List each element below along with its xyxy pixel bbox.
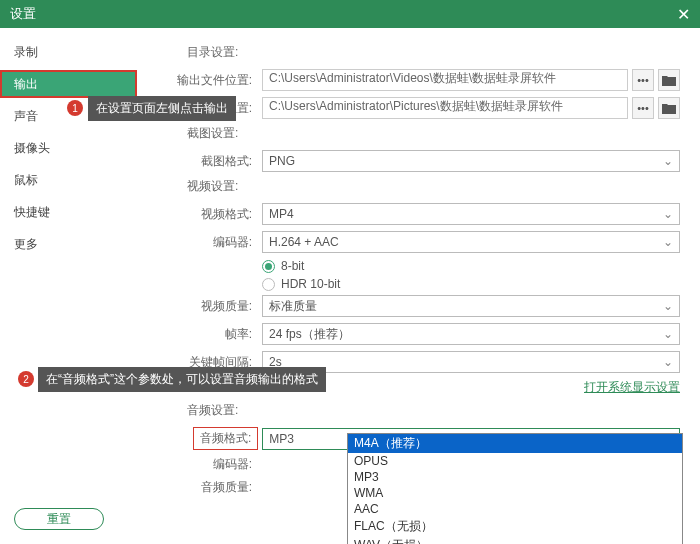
- sidebar-item-output[interactable]: 输出: [0, 70, 137, 98]
- chevron-down-icon: ⌄: [663, 154, 673, 168]
- video-quality-value: 标准质量: [269, 298, 317, 315]
- label-audio-format: 音频格式:: [193, 427, 258, 450]
- output-path-input[interactable]: C:\Users\Administrator\Videos\数据蛙\数据蛙录屏软…: [262, 69, 628, 91]
- chevron-down-icon: ⌄: [663, 207, 673, 221]
- chevron-down-icon: ⌄: [663, 355, 673, 369]
- screenshot-format-select[interactable]: PNG⌄: [262, 150, 680, 172]
- reset-button[interactable]: 重置: [14, 508, 104, 530]
- dropdown-option[interactable]: FLAC（无损）: [348, 517, 682, 536]
- callout-badge-1: 1: [67, 100, 83, 116]
- radio-8bit[interactable]: [262, 260, 275, 273]
- dropdown-option[interactable]: WMA: [348, 485, 682, 501]
- fps-select[interactable]: 24 fps（推荐）⌄: [262, 323, 680, 345]
- radio-8bit-label: 8-bit: [281, 259, 304, 273]
- sidebar-item-camera[interactable]: 摄像头: [0, 134, 137, 162]
- label-output-path: 输出文件位置:: [147, 72, 262, 89]
- dropdown-option[interactable]: M4A（推荐）: [348, 434, 682, 453]
- label-video-quality: 视频质量:: [147, 298, 262, 315]
- browse-screenshot-button[interactable]: •••: [632, 97, 654, 119]
- chevron-down-icon: ⌄: [663, 327, 673, 341]
- screenshot-path-input[interactable]: C:\Users\Administrator\Pictures\数据蛙\数据蛙录…: [262, 97, 628, 119]
- sidebar-item-hotkeys[interactable]: 快捷键: [0, 198, 137, 226]
- video-format-value: MP4: [269, 207, 294, 221]
- label-fps: 帧率:: [147, 326, 262, 343]
- radio-hdr10[interactable]: [262, 278, 275, 291]
- section-video: 视频设置:: [187, 178, 680, 195]
- callout-text-1: 在设置页面左侧点击输出: [88, 96, 236, 121]
- section-screenshot: 截图设置:: [187, 125, 680, 142]
- label-screenshot-format: 截图格式:: [147, 153, 262, 170]
- video-quality-select[interactable]: 标准质量⌄: [262, 295, 680, 317]
- video-format-select[interactable]: MP4⌄: [262, 203, 680, 225]
- audio-format-value: MP3: [269, 432, 294, 446]
- encoder-value: H.264 + AAC: [269, 235, 339, 249]
- sidebar-item-more[interactable]: 更多: [0, 230, 137, 258]
- label-video-format: 视频格式:: [147, 206, 262, 223]
- label-audio-encoder: 编码器:: [147, 456, 262, 473]
- sidebar-item-record[interactable]: 录制: [0, 38, 137, 66]
- dropdown-option[interactable]: AAC: [348, 501, 682, 517]
- titlebar: 设置 ✕: [0, 0, 700, 28]
- dropdown-option[interactable]: WAV（无损）: [348, 536, 682, 544]
- radio-hdr10-label: HDR 10-bit: [281, 277, 340, 291]
- dropdown-option[interactable]: OPUS: [348, 453, 682, 469]
- radio-8bit-row[interactable]: 8-bit: [262, 259, 680, 273]
- dropdown-option[interactable]: MP3: [348, 469, 682, 485]
- chevron-down-icon: ⌄: [663, 235, 673, 249]
- window-title: 设置: [10, 5, 36, 23]
- label-audio-quality: 音频质量:: [147, 479, 262, 496]
- radio-hdr10-row[interactable]: HDR 10-bit: [262, 277, 680, 291]
- encoder-select[interactable]: H.264 + AAC⌄: [262, 231, 680, 253]
- section-dir: 目录设置:: [187, 44, 680, 61]
- close-icon[interactable]: ✕: [677, 5, 690, 24]
- section-audio: 音频设置:: [187, 402, 680, 419]
- label-encoder: 编码器:: [147, 234, 262, 251]
- screenshot-format-value: PNG: [269, 154, 295, 168]
- callout-text-2: 在“音频格式”这个参数处，可以设置音频输出的格式: [38, 367, 326, 392]
- open-screenshot-folder-icon[interactable]: [658, 97, 680, 119]
- fps-value: 24 fps（推荐）: [269, 326, 350, 343]
- audio-format-dropdown[interactable]: M4A（推荐） OPUS MP3 WMA AAC FLAC（无损） WAV（无损…: [347, 433, 683, 544]
- browse-output-button[interactable]: •••: [632, 69, 654, 91]
- open-output-folder-icon[interactable]: [658, 69, 680, 91]
- chevron-down-icon: ⌄: [663, 299, 673, 313]
- callout-badge-2: 2: [18, 371, 34, 387]
- sidebar-item-mouse[interactable]: 鼠标: [0, 166, 137, 194]
